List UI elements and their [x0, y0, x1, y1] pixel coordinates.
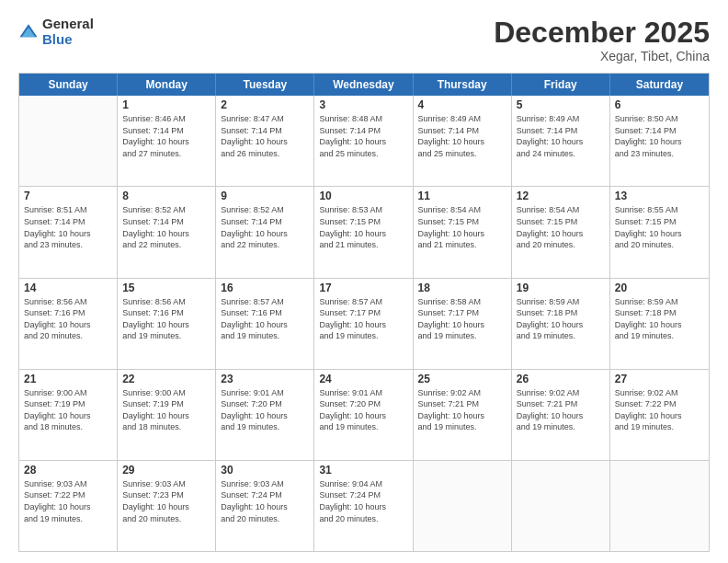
- calendar-row-4: 28Sunrise: 9:03 AM Sunset: 7:22 PM Dayli…: [19, 461, 709, 551]
- day-number: 17: [319, 282, 407, 294]
- day-info: Sunrise: 8:52 AM Sunset: 7:14 PM Dayligh…: [221, 204, 309, 250]
- day-number: 27: [615, 373, 704, 385]
- day-info: Sunrise: 9:01 AM Sunset: 7:20 PM Dayligh…: [221, 387, 309, 433]
- calendar-cell-2-1: 15Sunrise: 8:56 AM Sunset: 7:16 PM Dayli…: [118, 279, 216, 369]
- weekday-header-thursday: Thursday: [414, 74, 512, 96]
- day-info: Sunrise: 8:57 AM Sunset: 7:17 PM Dayligh…: [319, 296, 407, 342]
- day-number: 13: [615, 190, 704, 202]
- day-number: 1: [122, 98, 210, 111]
- day-info: Sunrise: 9:04 AM Sunset: 7:24 PM Dayligh…: [319, 478, 407, 524]
- day-info: Sunrise: 8:52 AM Sunset: 7:14 PM Dayligh…: [122, 204, 210, 250]
- day-info: Sunrise: 8:48 AM Sunset: 7:14 PM Dayligh…: [319, 113, 407, 159]
- day-number: 21: [24, 373, 112, 385]
- day-info: Sunrise: 8:57 AM Sunset: 7:16 PM Dayligh…: [221, 296, 309, 342]
- day-info: Sunrise: 8:59 AM Sunset: 7:18 PM Dayligh…: [517, 296, 605, 342]
- day-info: Sunrise: 9:01 AM Sunset: 7:20 PM Dayligh…: [319, 387, 407, 433]
- day-number: 5: [517, 98, 605, 111]
- day-info: Sunrise: 8:55 AM Sunset: 7:15 PM Dayligh…: [615, 204, 704, 250]
- calendar-row-3: 21Sunrise: 9:00 AM Sunset: 7:19 PM Dayli…: [19, 370, 709, 461]
- weekday-header-monday: Monday: [118, 74, 216, 96]
- calendar-cell-2-3: 17Sunrise: 8:57 AM Sunset: 7:17 PM Dayli…: [314, 279, 413, 369]
- day-number: 9: [221, 190, 309, 202]
- day-number: 15: [122, 282, 210, 294]
- calendar-cell-3-4: 25Sunrise: 9:02 AM Sunset: 7:21 PM Dayli…: [414, 370, 512, 460]
- calendar-cell-0-1: 1Sunrise: 8:46 AM Sunset: 7:14 PM Daylig…: [118, 96, 216, 186]
- calendar-cell-2-2: 16Sunrise: 8:57 AM Sunset: 7:16 PM Dayli…: [216, 279, 314, 369]
- title-block: December 2025 Xegar, Tibet, China: [494, 17, 710, 63]
- page: General Blue December 2025 Xegar, Tibet,…: [0, 0, 728, 563]
- calendar-cell-0-4: 4Sunrise: 8:49 AM Sunset: 7:14 PM Daylig…: [414, 96, 512, 186]
- day-number: 11: [418, 190, 506, 202]
- day-number: 18: [418, 282, 506, 294]
- calendar-cell-0-0: [19, 96, 118, 186]
- calendar-body: 1Sunrise: 8:46 AM Sunset: 7:14 PM Daylig…: [19, 96, 709, 551]
- day-info: Sunrise: 9:03 AM Sunset: 7:23 PM Dayligh…: [122, 478, 210, 524]
- calendar: SundayMondayTuesdayWednesdayThursdayFrid…: [18, 73, 710, 552]
- day-number: 28: [24, 464, 112, 477]
- calendar-cell-0-5: 5Sunrise: 8:49 AM Sunset: 7:14 PM Daylig…: [512, 96, 610, 186]
- day-number: 10: [319, 190, 407, 202]
- day-number: 26: [517, 373, 605, 385]
- calendar-row-1: 7Sunrise: 8:51 AM Sunset: 7:14 PM Daylig…: [19, 187, 709, 278]
- calendar-cell-3-0: 21Sunrise: 9:00 AM Sunset: 7:19 PM Dayli…: [19, 370, 118, 460]
- calendar-cell-3-2: 23Sunrise: 9:01 AM Sunset: 7:20 PM Dayli…: [216, 370, 314, 460]
- day-number: 2: [221, 98, 309, 111]
- day-number: 8: [122, 190, 210, 202]
- calendar-cell-0-2: 2Sunrise: 8:47 AM Sunset: 7:14 PM Daylig…: [216, 96, 314, 186]
- day-info: Sunrise: 9:00 AM Sunset: 7:19 PM Dayligh…: [24, 387, 112, 433]
- day-info: Sunrise: 8:49 AM Sunset: 7:14 PM Dayligh…: [418, 113, 506, 159]
- weekday-header-saturday: Saturday: [610, 74, 709, 96]
- day-info: Sunrise: 8:53 AM Sunset: 7:15 PM Dayligh…: [319, 204, 407, 250]
- calendar-cell-2-0: 14Sunrise: 8:56 AM Sunset: 7:16 PM Dayli…: [19, 279, 118, 369]
- calendar-cell-1-5: 12Sunrise: 8:54 AM Sunset: 7:15 PM Dayli…: [512, 187, 610, 277]
- day-info: Sunrise: 9:03 AM Sunset: 7:22 PM Dayligh…: [24, 478, 112, 524]
- day-info: Sunrise: 8:47 AM Sunset: 7:14 PM Dayligh…: [221, 113, 309, 159]
- day-number: 16: [221, 282, 309, 294]
- day-info: Sunrise: 9:02 AM Sunset: 7:22 PM Dayligh…: [615, 387, 704, 433]
- calendar-cell-2-5: 19Sunrise: 8:59 AM Sunset: 7:18 PM Dayli…: [512, 279, 610, 369]
- logo-text: General Blue: [42, 17, 94, 47]
- calendar-cell-1-3: 10Sunrise: 8:53 AM Sunset: 7:15 PM Dayli…: [314, 187, 413, 277]
- day-info: Sunrise: 8:56 AM Sunset: 7:16 PM Dayligh…: [24, 296, 112, 342]
- day-number: 25: [418, 373, 506, 385]
- day-number: 4: [418, 98, 506, 111]
- day-info: Sunrise: 8:59 AM Sunset: 7:18 PM Dayligh…: [615, 296, 704, 342]
- day-info: Sunrise: 8:58 AM Sunset: 7:17 PM Dayligh…: [418, 296, 506, 342]
- day-number: 23: [221, 373, 309, 385]
- logo-general-text: General: [42, 17, 94, 32]
- header: General Blue December 2025 Xegar, Tibet,…: [18, 17, 710, 63]
- calendar-cell-1-1: 8Sunrise: 8:52 AM Sunset: 7:14 PM Daylig…: [118, 187, 216, 277]
- calendar-cell-1-0: 7Sunrise: 8:51 AM Sunset: 7:14 PM Daylig…: [19, 187, 118, 277]
- calendar-cell-3-1: 22Sunrise: 9:00 AM Sunset: 7:19 PM Dayli…: [118, 370, 216, 460]
- day-number: 3: [319, 98, 407, 111]
- calendar-cell-3-5: 26Sunrise: 9:02 AM Sunset: 7:21 PM Dayli…: [512, 370, 610, 460]
- logo-icon: [18, 22, 39, 42]
- day-info: Sunrise: 9:02 AM Sunset: 7:21 PM Dayligh…: [517, 387, 605, 433]
- calendar-cell-1-2: 9Sunrise: 8:52 AM Sunset: 7:14 PM Daylig…: [216, 187, 314, 277]
- calendar-cell-3-6: 27Sunrise: 9:02 AM Sunset: 7:22 PM Dayli…: [610, 370, 709, 460]
- day-info: Sunrise: 8:51 AM Sunset: 7:14 PM Dayligh…: [24, 204, 112, 250]
- day-info: Sunrise: 9:00 AM Sunset: 7:19 PM Dayligh…: [122, 387, 210, 433]
- day-info: Sunrise: 8:49 AM Sunset: 7:14 PM Dayligh…: [517, 113, 605, 159]
- calendar-cell-0-6: 6Sunrise: 8:50 AM Sunset: 7:14 PM Daylig…: [610, 96, 709, 186]
- calendar-cell-4-3: 31Sunrise: 9:04 AM Sunset: 7:24 PM Dayli…: [314, 461, 413, 551]
- day-number: 19: [517, 282, 605, 294]
- day-info: Sunrise: 8:56 AM Sunset: 7:16 PM Dayligh…: [122, 296, 210, 342]
- calendar-row-0: 1Sunrise: 8:46 AM Sunset: 7:14 PM Daylig…: [19, 96, 709, 187]
- month-title: December 2025: [494, 17, 710, 49]
- day-number: 14: [24, 282, 112, 294]
- calendar-cell-4-1: 29Sunrise: 9:03 AM Sunset: 7:23 PM Dayli…: [118, 461, 216, 551]
- day-info: Sunrise: 8:50 AM Sunset: 7:14 PM Dayligh…: [615, 113, 704, 159]
- weekday-header-sunday: Sunday: [19, 74, 118, 96]
- calendar-cell-4-6: [610, 461, 709, 551]
- calendar-cell-4-5: [512, 461, 610, 551]
- calendar-header: SundayMondayTuesdayWednesdayThursdayFrid…: [19, 74, 709, 96]
- weekday-header-friday: Friday: [512, 74, 610, 96]
- day-info: Sunrise: 8:54 AM Sunset: 7:15 PM Dayligh…: [517, 204, 605, 250]
- day-number: 20: [615, 282, 704, 294]
- calendar-cell-1-6: 13Sunrise: 8:55 AM Sunset: 7:15 PM Dayli…: [610, 187, 709, 277]
- calendar-cell-1-4: 11Sunrise: 8:54 AM Sunset: 7:15 PM Dayli…: [414, 187, 512, 277]
- calendar-cell-2-4: 18Sunrise: 8:58 AM Sunset: 7:17 PM Dayli…: [414, 279, 512, 369]
- day-number: 30: [221, 464, 309, 477]
- weekday-header-tuesday: Tuesday: [216, 74, 314, 96]
